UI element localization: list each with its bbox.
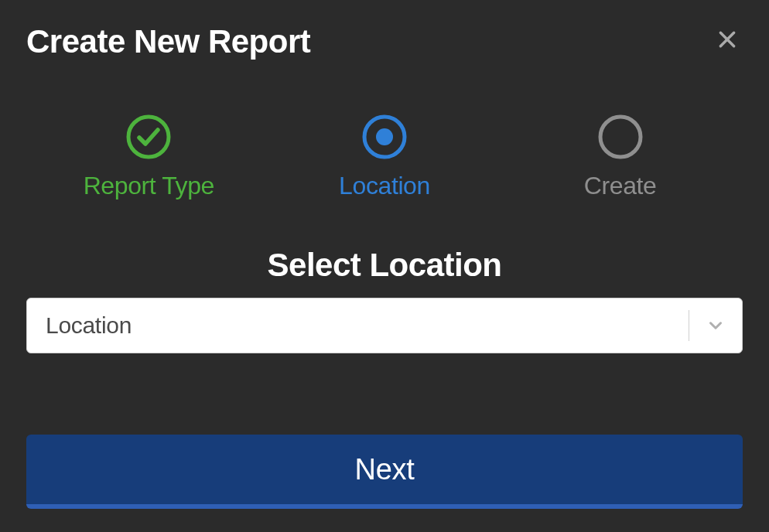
chevron-down-icon: [689, 315, 742, 336]
svg-point-2: [128, 117, 169, 157]
svg-point-5: [600, 117, 641, 157]
radio-active-icon: [362, 114, 407, 159]
circle-outline-icon: [598, 114, 643, 159]
modal-title: Create New Report: [26, 23, 310, 60]
step-circle-pending: [598, 114, 643, 159]
location-select[interactable]: Location: [26, 298, 743, 353]
step-label: Create: [584, 172, 657, 200]
step-label: Report Type: [84, 172, 214, 200]
location-select-wrap: Location: [0, 298, 769, 353]
modal-header: Create New Report: [0, 0, 769, 60]
location-select-placeholder: Location: [27, 312, 689, 339]
checkmark-circle-icon: [126, 114, 171, 159]
next-button[interactable]: Next: [26, 435, 743, 509]
section-title: Select Location: [0, 247, 769, 284]
create-report-modal: Create New Report Report Type: [0, 0, 769, 532]
step-location[interactable]: Location: [267, 114, 503, 200]
close-button[interactable]: [712, 24, 743, 55]
step-circle-completed: [126, 114, 171, 159]
svg-point-4: [376, 128, 393, 145]
close-icon: [717, 29, 737, 49]
step-create[interactable]: Create: [502, 114, 738, 200]
step-circle-active: [362, 114, 407, 159]
wizard-stepper: Report Type Location Create: [0, 114, 769, 200]
modal-footer: Next: [0, 435, 769, 532]
step-label: Location: [339, 172, 430, 200]
step-report-type[interactable]: Report Type: [31, 114, 267, 200]
